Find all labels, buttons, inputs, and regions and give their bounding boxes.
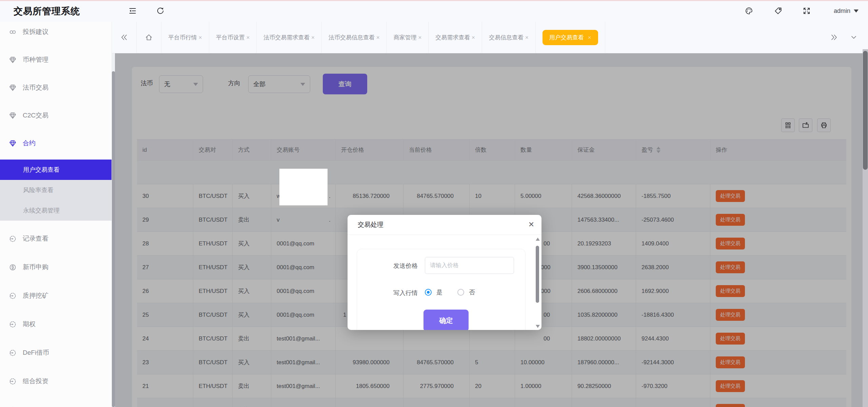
menu-icon: [9, 377, 17, 385]
sidebar-bottom-list: 记录查看 新币申购 质押挖矿 期权 DeFi借币: [0, 230, 112, 407]
tab-pill: 商家管理 ×: [394, 34, 422, 41]
menu-icon: [9, 406, 17, 407]
sidebar-subitem[interactable]: 用户交易查看: [0, 160, 112, 180]
tab-label: 法币交易信息查看: [329, 34, 375, 41]
fullscreen-icon[interactable]: [802, 6, 811, 15]
dialog-scrollbar: [535, 237, 539, 329]
tab-close-icon[interactable]: ×: [588, 35, 591, 40]
tab-close-icon[interactable]: ×: [246, 34, 250, 41]
tab[interactable]: 平台币设置 ×: [209, 22, 257, 53]
tab-pill: 用户交易查看 ×: [542, 30, 598, 45]
sidebar-item-label: C2C交易: [23, 111, 48, 120]
topbar: 交易所管理系统 admin: [0, 0, 868, 22]
tab[interactable]: 法币交易信息查看 ×: [322, 22, 387, 53]
sidebar-subitem[interactable]: 永续交易管理: [0, 200, 112, 221]
sidebar-item[interactable]: 质押挖矿: [0, 287, 112, 304]
confirm-button[interactable]: 确定: [423, 310, 469, 330]
page-scrollbar: [863, 49, 868, 407]
menu-icon: [9, 28, 17, 36]
trade-handle-dialog: 交易处理 × 发送价格 写入行情 是 否 确定: [348, 215, 541, 330]
sidebar-item[interactable]: 法币交易: [0, 79, 112, 96]
chevrons-left-icon: [120, 33, 128, 41]
market-write-label: 写入行情: [379, 289, 418, 297]
user-menu[interactable]: admin: [834, 0, 859, 22]
tab[interactable]: 用户交易查看 ×: [536, 22, 605, 53]
sidebar-item-contract[interactable]: 合约: [0, 135, 112, 152]
menu-icon: [9, 112, 17, 119]
sidebar-item[interactable]: DeFi借币: [0, 344, 112, 361]
tab-label: 商家管理: [394, 34, 417, 41]
tab-label: 平台币设置: [216, 34, 245, 41]
menu-icon: [9, 235, 17, 243]
tabs-scroll-right-icon[interactable]: [830, 33, 838, 41]
username: admin: [834, 7, 850, 15]
home-tab-button[interactable]: [137, 22, 161, 53]
tab-label: 法币交易需求查看: [263, 34, 310, 41]
tab[interactable]: 交易需求查看 ×: [429, 22, 482, 53]
market-write-radio-group: 是 否: [425, 285, 475, 300]
sidebar-subitem-label: 永续交易管理: [23, 207, 60, 214]
sidebar-item[interactable]: 投拆建议: [0, 23, 112, 40]
tab-pill: 法币交易需求查看 ×: [263, 34, 315, 41]
radio-yes-circle-icon[interactable]: [425, 289, 432, 296]
tab-pill: 交易需求查看 ×: [435, 34, 475, 41]
tags-bar: 平台币行情 × 平台币设置 × 法币交易需求查看 × 法币: [112, 22, 868, 53]
app-title: 交易所管理系统: [14, 0, 80, 22]
dialog-header: 交易处理: [348, 215, 541, 235]
sidebar-submenu: 用户交易查看 风险率查看 永续交易管理: [0, 160, 112, 221]
menu-icon: [9, 56, 17, 64]
sidebar-item[interactable]: 组合投资: [0, 373, 112, 390]
tab-close-icon[interactable]: ×: [525, 34, 529, 41]
theme-palette-icon[interactable]: [745, 6, 753, 15]
sidebar-item-label: 质押挖矿: [23, 291, 48, 300]
sidebar-item-label: 币种管理: [23, 55, 48, 64]
sidebar-item-label: 投拆建议: [23, 27, 48, 36]
sidebar-item[interactable]: 期权: [0, 316, 112, 333]
radio-yes[interactable]: 是: [425, 288, 442, 296]
tab-pill: 平台币设置 ×: [216, 34, 250, 41]
sidebar-item[interactable]: 新币申购: [0, 259, 112, 276]
tabs-right-controls: [820, 22, 868, 53]
dialog-close-icon[interactable]: ×: [529, 220, 534, 229]
tab-close-icon[interactable]: ×: [311, 34, 315, 41]
refresh-icon[interactable]: [156, 6, 165, 15]
tab-close-icon[interactable]: ×: [376, 34, 380, 41]
tab-close-icon[interactable]: ×: [418, 34, 421, 41]
tab[interactable]: 法币交易需求查看 ×: [257, 22, 322, 53]
radio-no-label: 否: [469, 288, 475, 296]
radio-no[interactable]: 否: [457, 288, 475, 296]
dialog-scrollbar-thumb[interactable]: [536, 246, 539, 303]
tab-close-icon[interactable]: ×: [472, 34, 475, 41]
tab[interactable]: 商家管理 ×: [387, 22, 429, 53]
menu-icon: [9, 349, 17, 357]
sidebar-fold-icon[interactable]: [128, 6, 137, 15]
tab-label: 交易需求查看: [435, 34, 470, 41]
tab[interactable]: 平台币行情 ×: [161, 22, 209, 53]
tabs-scroll-left-button[interactable]: [112, 22, 137, 53]
tabs-menu-chevron-down-icon[interactable]: [850, 33, 858, 41]
tab[interactable]: 交易信息查看 ×: [482, 22, 536, 53]
scroll-down-arrow-icon[interactable]: [536, 325, 540, 328]
tag-icon[interactable]: [774, 6, 783, 15]
sidebar-item[interactable]: 币种管理: [0, 51, 112, 68]
page-scrollbar-thumb[interactable]: [863, 51, 868, 170]
sidebar-item-label: 组合投资: [23, 377, 48, 386]
dialog-title: 交易处理: [358, 220, 383, 229]
user-caret-down-icon: [854, 10, 859, 13]
sidebar-item[interactable]: C2C交易: [0, 107, 112, 124]
tabs-list: 平台币行情 × 平台币设置 × 法币交易需求查看 × 法币: [161, 22, 605, 53]
sidebar-scrollbar-thumb[interactable]: [112, 71, 115, 407]
tab-close-icon[interactable]: ×: [199, 34, 202, 41]
scroll-up-arrow-icon[interactable]: [536, 238, 540, 241]
sidebar-item-label: 期权: [23, 320, 36, 329]
radio-yes-label: 是: [436, 288, 442, 296]
sidebar-item[interactable]: [0, 401, 112, 407]
radio-no-circle-icon[interactable]: [457, 289, 464, 296]
menu-icon: [9, 320, 17, 328]
sidebar-subitem[interactable]: 风险率查看: [0, 180, 112, 200]
sidebar-subitem-label: 风险率查看: [23, 187, 54, 193]
sidebar-item-label: DeFi借币: [23, 348, 49, 357]
price-input[interactable]: [425, 257, 514, 274]
sidebar-item[interactable]: 记录查看: [0, 230, 112, 247]
sidebar: 投拆建议 币种管理 法币交易 C2C交易 合约 用户交易查看: [0, 22, 112, 407]
